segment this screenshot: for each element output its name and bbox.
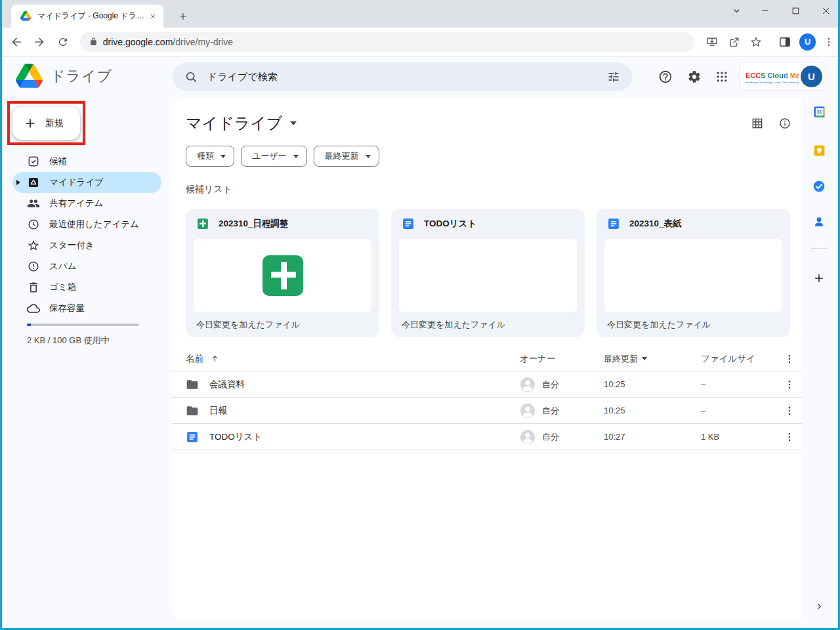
- filter-chip-people[interactable]: ユーザー: [241, 146, 307, 167]
- docs-file-icon: [402, 217, 415, 230]
- storage-progress-bar: [27, 324, 139, 326]
- star-icon: [27, 239, 40, 252]
- grid-view-icon[interactable]: [751, 117, 764, 130]
- column-header-name[interactable]: 名前: [186, 353, 520, 365]
- row-menu-icon[interactable]: [773, 379, 806, 390]
- spam-icon: [27, 260, 40, 273]
- suggestion-reason: 今日変更を加えたファイル: [186, 312, 379, 337]
- table-row[interactable]: TODOリスト 自分 10:27 1 KB: [171, 424, 806, 450]
- column-header-size[interactable]: ファイルサイ: [701, 353, 773, 365]
- workspace-side-panel: 31: [802, 98, 836, 626]
- search-options-icon[interactable]: [607, 70, 620, 83]
- column-header-modified[interactable]: 最終更新: [604, 353, 701, 365]
- svg-text:31: 31: [816, 109, 822, 115]
- suggestion-card[interactable]: TODOリスト 今日変更を加えたファイル: [391, 209, 585, 337]
- suggestion-card[interactable]: 202310_表紙 今日変更を加えたファイル: [597, 209, 790, 337]
- search-icon[interactable]: [184, 70, 198, 84]
- browser-toolbar: drive.google.com/drive/my-drive U: [2, 28, 838, 56]
- side-panel-icon[interactable]: [776, 33, 794, 51]
- sheets-thumbnail-icon: [262, 255, 303, 296]
- drive-brand[interactable]: ドライブ: [16, 64, 112, 88]
- browser-menu-icon[interactable]: [820, 33, 838, 51]
- sidebar-nav: 候補 マイドライブ 共有アイテム 最近使用したアイテム スター付き スパ: [4, 151, 161, 319]
- folder-icon: [186, 378, 199, 391]
- filter-chip-type[interactable]: 種類: [186, 146, 234, 167]
- docs-file-icon: [607, 217, 620, 230]
- tab-close-icon[interactable]: [149, 12, 157, 20]
- eccs-brand-text: ECCS Cloud Mail: [746, 72, 799, 79]
- window-minimize-button[interactable]: [755, 1, 775, 20]
- hide-side-panel-chevron-icon[interactable]: [811, 598, 827, 614]
- tab-search-chevron-icon[interactable]: [726, 1, 746, 20]
- drive-header: ドライブ ドライブで検索 ECCS Cloud Mail Information…: [4, 57, 836, 98]
- help-icon[interactable]: [652, 64, 679, 90]
- account-avatar[interactable]: U: [801, 66, 822, 87]
- forward-button[interactable]: [31, 33, 49, 51]
- tab-title: マイドライブ - Google ドライブ: [37, 10, 149, 22]
- bookmark-star-icon[interactable]: [747, 33, 766, 51]
- back-button[interactable]: [7, 33, 26, 51]
- search-bar[interactable]: ドライブで検索: [173, 62, 632, 91]
- sidebar-item-my-drive[interactable]: マイドライブ: [12, 172, 161, 193]
- url-text: drive.google.com/drive/my-drive: [103, 37, 233, 47]
- sidebar-item-trash[interactable]: ゴミ箱: [4, 277, 161, 298]
- sidebar-item-shared[interactable]: 共有アイテム: [4, 193, 161, 214]
- clock-icon: [27, 218, 40, 231]
- keep-icon[interactable]: [808, 140, 830, 161]
- tasks-icon[interactable]: [808, 176, 830, 197]
- install-app-icon[interactable]: [704, 33, 722, 51]
- new-tab-button[interactable]: [174, 7, 192, 26]
- drive-main-content: マイドライブ 種類 ユーザー 最終更新 候補リスト 202310_日程調整 今日…: [171, 98, 806, 620]
- sidebar-item-recent[interactable]: 最近使用したアイテム: [4, 214, 161, 235]
- filter-chip-modified[interactable]: 最終更新: [314, 146, 379, 167]
- window-close-button[interactable]: [816, 1, 835, 20]
- drive-favicon: [20, 11, 31, 21]
- title-dropdown-icon[interactable]: [290, 121, 297, 125]
- sidebar-item-starred[interactable]: スター付き: [4, 235, 161, 256]
- table-row[interactable]: 日報 自分 10:25 –: [171, 398, 806, 424]
- drive-app-name: ドライブ: [51, 66, 112, 86]
- approval-check-icon: [27, 155, 40, 168]
- drive-sidebar: 新規 候補 マイドライブ 共有アイテム 最近使用したアイテム: [4, 98, 171, 626]
- share-icon[interactable]: [725, 33, 744, 51]
- info-icon[interactable]: [778, 117, 791, 130]
- apps-grid-icon[interactable]: [709, 64, 735, 90]
- docs-file-icon: [186, 430, 199, 444]
- settings-gear-icon[interactable]: [681, 64, 707, 90]
- storage-progress-fill: [27, 324, 31, 326]
- lock-icon: [89, 37, 98, 46]
- file-table: 名前 オーナー 最終更新 ファイルサイ 会議資料 自分 10:25 – 日報 自…: [171, 346, 806, 450]
- add-addon-icon[interactable]: [808, 268, 830, 289]
- browser-profile-avatar[interactable]: U: [799, 33, 816, 51]
- plus-icon: [23, 116, 37, 131]
- contacts-icon[interactable]: [808, 211, 830, 232]
- tab-strip: マイドライブ - Google ドライブ: [2, 0, 838, 28]
- table-row[interactable]: 会議資料 自分 10:25 –: [171, 371, 806, 398]
- owner-avatar-icon: [520, 403, 536, 419]
- suggestion-reason: 今日変更を加えたファイル: [597, 312, 790, 337]
- file-preview: [399, 239, 577, 312]
- trash-icon: [27, 281, 40, 294]
- file-preview: [194, 239, 371, 312]
- eccs-logo: ECCS Cloud Mail Information Technology C…: [746, 69, 799, 84]
- row-menu-icon[interactable]: [773, 431, 806, 443]
- expand-arrow-icon[interactable]: [16, 180, 20, 185]
- account-chip[interactable]: ECCS Cloud Mail Information Technology C…: [739, 62, 826, 91]
- owner-avatar-icon: [520, 429, 536, 445]
- browser-tab[interactable]: マイドライブ - Google ドライブ: [11, 5, 163, 28]
- calendar-icon[interactable]: 31: [808, 101, 830, 122]
- owner-avatar-icon: [520, 377, 536, 392]
- sidebar-item-spam[interactable]: スパム: [4, 256, 161, 277]
- table-options-icon[interactable]: [773, 353, 806, 365]
- sidebar-item-suggested[interactable]: 候補: [4, 151, 161, 172]
- reload-button[interactable]: [54, 33, 72, 51]
- sidebar-item-storage[interactable]: 保存容量: [4, 298, 161, 319]
- sort-ascending-icon: [210, 354, 220, 364]
- url-bar[interactable]: drive.google.com/drive/my-drive: [80, 32, 694, 52]
- column-header-owner[interactable]: オーナー: [520, 353, 604, 365]
- new-button[interactable]: 新規: [12, 107, 80, 140]
- row-menu-icon[interactable]: [773, 405, 806, 417]
- suggestion-card[interactable]: 202310_日程調整 今日変更を加えたファイル: [186, 209, 379, 337]
- page-title: マイドライブ: [186, 113, 282, 134]
- window-maximize-button[interactable]: [786, 1, 805, 20]
